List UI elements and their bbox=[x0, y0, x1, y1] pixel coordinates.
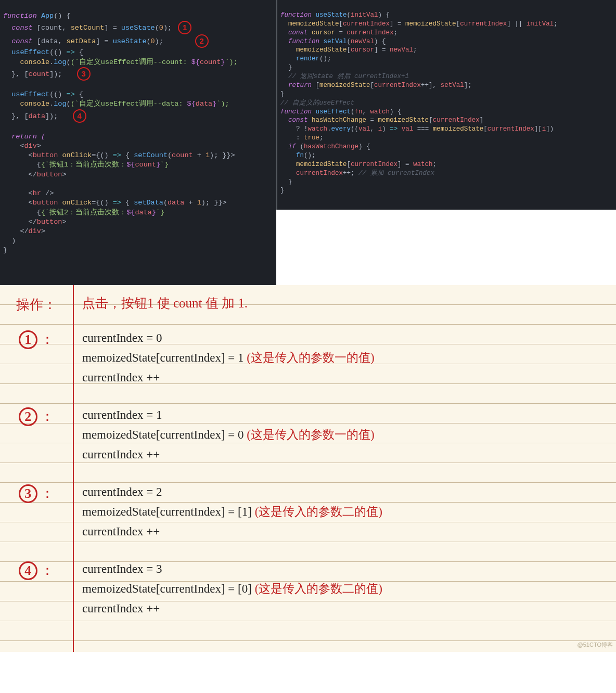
txt: (); bbox=[304, 152, 316, 159]
kw: function bbox=[288, 38, 319, 45]
txt: ][ bbox=[534, 125, 542, 133]
attr: onClick bbox=[62, 199, 92, 207]
kw: if bbox=[288, 143, 296, 150]
comment: // 累加 currentIndex bbox=[358, 170, 434, 177]
txt: ( bbox=[296, 143, 304, 150]
kw: const bbox=[288, 29, 308, 36]
txt: [count bbox=[37, 24, 62, 32]
var: setVal bbox=[441, 82, 464, 89]
step-circle-icon: 2 bbox=[19, 407, 37, 426]
var: watch bbox=[370, 108, 390, 116]
txt: ; bbox=[319, 134, 324, 142]
step-label: 4 ： bbox=[0, 559, 73, 580]
step-label: 3 ： bbox=[0, 482, 73, 503]
var: initVal bbox=[527, 20, 554, 28]
num: 1 bbox=[197, 199, 201, 207]
var: count bbox=[200, 58, 221, 66]
operation-label: 操作： bbox=[0, 293, 73, 314]
op: => bbox=[390, 125, 397, 133]
code-section: function App() { const [count, setCount]… bbox=[0, 0, 616, 285]
txt: (( bbox=[351, 125, 358, 133]
fn: render bbox=[296, 55, 319, 62]
var: data bbox=[168, 199, 184, 207]
var: console bbox=[20, 58, 49, 66]
num: true bbox=[304, 134, 319, 142]
step-text: memoizedState[currentIndex] = 1 bbox=[82, 351, 247, 364]
kw: function bbox=[280, 108, 312, 116]
var: val bbox=[358, 125, 370, 133]
txt: { bbox=[121, 151, 134, 159]
kw: const bbox=[11, 24, 33, 32]
txt: } bbox=[280, 91, 285, 98]
step-body: currentIndex = 0memoizedState[currentInd… bbox=[73, 328, 616, 388]
txt: : bbox=[296, 134, 304, 142]
txt: [ bbox=[347, 161, 351, 168]
var: watch bbox=[308, 125, 328, 133]
var: memoizedState bbox=[405, 20, 456, 28]
txt: ${ bbox=[187, 100, 196, 108]
str: {`按钮1：当前点击次数： bbox=[41, 161, 126, 169]
txt: ( bbox=[347, 11, 351, 19]
step-text: currentIndex ++ bbox=[82, 371, 160, 384]
var: currentIndex bbox=[460, 20, 507, 28]
txt: ); }}> bbox=[210, 151, 235, 159]
kw: function bbox=[3, 12, 37, 20]
txt bbox=[397, 125, 402, 133]
txt: ( bbox=[347, 38, 351, 45]
txt: (() bbox=[49, 91, 66, 98]
var: data bbox=[196, 100, 212, 108]
txt: ] = bbox=[374, 46, 390, 54]
txt: ] || bbox=[507, 20, 527, 28]
tag: button bbox=[37, 218, 62, 226]
txt: ${ bbox=[126, 161, 135, 169]
step-text: memoizedState[currentIndex] = [0] bbox=[82, 582, 255, 595]
txt: ); bbox=[163, 24, 172, 32]
txt: }, [ bbox=[11, 112, 28, 120]
txt: [ bbox=[456, 20, 460, 28]
txt: [ bbox=[312, 82, 319, 89]
fn: log bbox=[54, 58, 66, 66]
tag: button bbox=[37, 171, 62, 178]
txt: = bbox=[335, 29, 347, 36]
step-line: currentIndex ++ bbox=[82, 522, 616, 542]
operation-row: 操作： 点击，按钮1 使 count 值 加 1. bbox=[0, 293, 616, 314]
step-text: currentIndex ++ bbox=[82, 448, 160, 461]
num: 0 bbox=[159, 24, 163, 32]
txt: ) { bbox=[378, 11, 390, 19]
kw: const bbox=[288, 117, 308, 124]
str: `} bbox=[160, 161, 169, 169]
txt: ]); bbox=[45, 112, 58, 120]
var: data bbox=[135, 209, 151, 216]
fn: App bbox=[41, 12, 54, 20]
txt: (() bbox=[49, 48, 66, 56]
var: i bbox=[378, 125, 382, 133]
step-body: currentIndex = 2memoizedState[currentInd… bbox=[73, 482, 616, 542]
txt: } bbox=[3, 246, 7, 254]
txt: } bbox=[288, 178, 292, 186]
txt: { bbox=[75, 91, 83, 98]
txt: } bbox=[152, 209, 156, 216]
txt: ); }}> bbox=[201, 199, 227, 207]
step-row-3: 3 ：currentIndex = 2memoizedState[current… bbox=[0, 482, 616, 542]
var: count bbox=[135, 161, 156, 169]
fn: useEffect bbox=[11, 91, 49, 98]
code-right: function useState(initVal) { memoizedSta… bbox=[276, 0, 616, 210]
var: data bbox=[29, 112, 45, 120]
txt: ] = bbox=[390, 20, 405, 28]
txt: } bbox=[156, 161, 160, 169]
step-text: memoizedState[currentIndex] = [1] bbox=[82, 505, 255, 518]
annot-4: 4 bbox=[73, 109, 86, 123]
step-circle-icon: 4 bbox=[19, 561, 37, 580]
num: 0 bbox=[151, 37, 155, 45]
str: `); bbox=[225, 58, 238, 66]
annot-3: 3 bbox=[77, 67, 91, 81]
txt: [ bbox=[370, 82, 375, 89]
txt: , bbox=[62, 24, 70, 32]
txt: ( bbox=[163, 199, 168, 207]
txt: ]) bbox=[546, 125, 554, 133]
step-text: currentIndex ++ bbox=[82, 602, 160, 615]
txt: ${ bbox=[191, 58, 200, 66]
code-left: function App() { const [count, setCount]… bbox=[0, 0, 276, 285]
annot-1: 1 bbox=[178, 21, 191, 34]
txt: ]); bbox=[49, 70, 62, 78]
